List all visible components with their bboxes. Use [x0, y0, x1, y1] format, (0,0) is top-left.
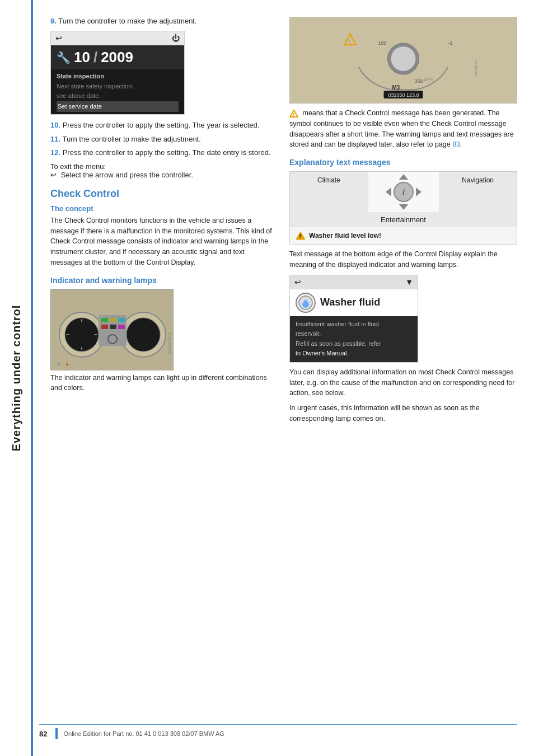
washer-down-icon: ▼: [405, 278, 413, 287]
page-ref-link[interactable]: 83: [452, 140, 460, 148]
step12-text: Press the controller to apply the settin…: [63, 148, 271, 157]
right-column: 180 -1 M3 350 MPH 032050 123.8 !: [289, 17, 517, 429]
sidebar: Everything under control: [0, 0, 34, 756]
step11: 11. Turn the controller to make the adju…: [50, 134, 278, 144]
left-column: 9. Turn the controller to make the adjus…: [50, 17, 278, 429]
power-icon: ⏻: [172, 34, 180, 43]
cluster-image: ▣ ▲ 01-10-504-875: [50, 289, 174, 370]
date-display-box: ↩ ⏻ 🔧 10 / 2009 State inspection Next st…: [50, 31, 185, 115]
svg-text:▲: ▲: [65, 361, 69, 367]
date-display-top: ↩ ⏻: [51, 31, 184, 45]
concept-heading: The concept: [50, 204, 278, 213]
accent-bar: [31, 0, 33, 756]
nav-menu-mock: Climate i: [289, 171, 517, 245]
svg-text:!: !: [299, 233, 301, 240]
warning-triangle-icon: !: [289, 108, 298, 119]
washer-title: Washer fluid: [320, 297, 380, 308]
nav-center-cell: i: [368, 172, 439, 212]
nav-arrow-down-icon: [399, 204, 408, 210]
svg-point-2: [65, 318, 99, 351]
nav-center-control: i: [371, 174, 437, 210]
step11-number: 11.: [50, 135, 60, 143]
page-footer-bar: [55, 728, 58, 739]
nav-warning-text: Washer fluid level low!: [309, 232, 381, 240]
nav-arrow-left-icon: [386, 187, 391, 196]
nav-center-i: i: [402, 187, 405, 196]
nav-entertainment-row: Entertainment: [289, 212, 517, 227]
exit-arrow-icon: ↩: [50, 171, 57, 179]
nav-climate-label: Climate: [317, 176, 340, 184]
svg-text:!: !: [293, 112, 294, 118]
explanatory-caption: Text message at the bottom edge of the C…: [289, 249, 517, 270]
svg-text:01-10-508: 01-10-508: [474, 60, 477, 76]
nav-warning-triangle: !: [296, 231, 306, 241]
washer-line2: reservoir.: [296, 330, 321, 337]
additional-text1: You can display additional information o…: [289, 367, 517, 398]
step10: 10. Press the controller to apply the se…: [50, 120, 278, 130]
main-content: 9. Turn the controller to make the adjus…: [39, 0, 534, 451]
date-year: 2009: [101, 49, 133, 66]
svg-point-8: [127, 318, 160, 351]
washer-back-icon: ↩: [294, 278, 301, 287]
nav-navigation-label: Navigation: [462, 176, 494, 184]
nav-arrow-right-icon: [416, 187, 421, 196]
washer-icon: [296, 293, 316, 313]
nav-climate-cell: Climate: [290, 172, 368, 212]
back-icon: ↩: [55, 34, 62, 43]
nav-warning-bar: ! Washer fluid level low!: [289, 227, 517, 245]
exit-label: To exit the menu:: [50, 162, 278, 171]
svg-text:!: !: [349, 38, 350, 44]
svg-text:180: 180: [378, 40, 387, 46]
svg-text:MPH: MPH: [424, 78, 433, 82]
nav-center-button[interactable]: i: [394, 182, 414, 202]
svg-text:01-10-504-875: 01-10-504-875: [168, 332, 171, 354]
step10-number: 10.: [50, 121, 60, 129]
washer-line4: to Owner's Manual.: [296, 350, 348, 356]
svg-text:-1: -1: [448, 40, 453, 46]
date-label1: State inspection: [57, 72, 179, 82]
step10-text: Press the controller to apply the settin…: [63, 121, 260, 129]
svg-rect-12: [118, 318, 125, 322]
right-instrument-image: 180 -1 M3 350 MPH 032050 123.8 !: [289, 17, 517, 104]
warning-text: means that a Check Control message has b…: [289, 109, 514, 148]
svg-rect-11: [110, 318, 116, 322]
nav-navigation-cell: Navigation: [439, 172, 517, 212]
nav-center-row: i: [386, 182, 421, 202]
sidebar-label: Everything under control: [11, 305, 24, 452]
exit-section: To exit the menu: ↩ Select the arrow and…: [50, 162, 278, 179]
washer-box-content: Washer fluid: [290, 289, 418, 316]
step9-content: Turn the controller to make the adjustme…: [58, 17, 196, 25]
svg-rect-15: [118, 325, 125, 329]
service-icon: 🔧: [57, 51, 71, 64]
nav-top-row: Climate i: [289, 171, 517, 212]
svg-text:032050  123.8: 032050 123.8: [388, 92, 419, 98]
step11-text: Turn the controller to make the adjustme…: [62, 135, 200, 143]
date-label3: see above date.: [57, 91, 179, 101]
svg-rect-10: [101, 318, 108, 322]
steps-list: 10. Press the controller to apply the se…: [50, 120, 278, 158]
top-section: 9. Turn the controller to make the adjus…: [50, 17, 517, 429]
indicator-heading: Indicator and warning lamps: [50, 276, 278, 285]
washer-line3: Refill as soon as possible, refer: [296, 340, 381, 347]
date-label2: Next state safety inspection:: [57, 82, 179, 92]
step9-number: 9.: [50, 17, 57, 25]
svg-text:▣: ▣: [57, 361, 61, 367]
washer-line1: Insufficient washer fluid in fluid: [296, 321, 379, 327]
step12-number: 12.: [50, 148, 60, 157]
washer-box: ↩ ▼ Washer fluid Insufficient washer flu…: [289, 275, 418, 363]
svg-rect-14: [110, 325, 116, 329]
washer-box-desc: Insufficient washer fluid in fluid reser…: [290, 316, 418, 362]
right-instrument-svg: 180 -1 M3 350 MPH 032050 123.8 !: [290, 17, 517, 104]
nav-arrow-up-icon: [399, 174, 408, 180]
step9-text: 9. Turn the controller to make the adjus…: [50, 17, 278, 25]
page-number: 82: [39, 730, 47, 738]
svg-point-24: [391, 46, 416, 71]
indicator-caption: The indicator and warning lamps can ligh…: [50, 373, 278, 394]
nav-entertainment-label: Entertainment: [381, 215, 426, 224]
explanatory-heading: Explanatory text messages: [289, 158, 517, 167]
date-label4: Set service date: [57, 101, 179, 112]
date-display-footer: State inspection Next state safety inspe…: [51, 69, 184, 114]
date-display-content: 🔧 10 / 2009: [51, 45, 184, 69]
check-control-heading: Check Control: [50, 188, 278, 200]
exit-arrow-text: ↩ Select the arrow and press the control…: [50, 171, 278, 179]
